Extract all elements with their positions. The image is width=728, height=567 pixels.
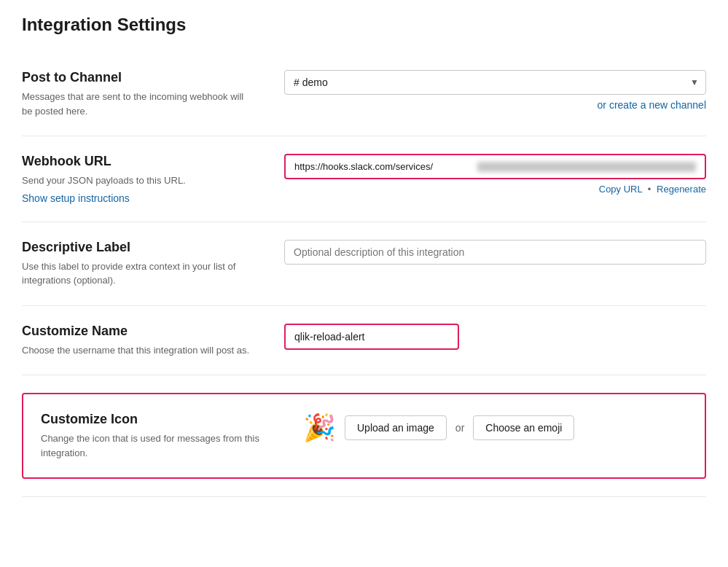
customize-icon-inner: Customize Icon Change the icon that is u… <box>23 412 705 460</box>
customize-icon-section-wrapper: Customize Icon Change the icon that is u… <box>22 375 706 497</box>
webhook-url-section: Webhook URL Send your JSON payloads to t… <box>22 136 706 222</box>
copy-url-link[interactable]: Copy URL <box>599 184 642 195</box>
customize-icon-right: 🎉 Upload an image or Choose an emoji <box>303 412 687 441</box>
customize-icon-description: Change the icon that is used for message… <box>41 431 274 460</box>
customize-name-right <box>284 324 706 350</box>
webhook-url-prefix: https://hooks.slack.com/services/ <box>294 161 473 172</box>
customize-name-section: Customize Name Choose the username that … <box>22 306 706 376</box>
webhook-url-heading: Webhook URL <box>22 154 255 169</box>
regenerate-link[interactable]: Regenerate <box>657 184 706 195</box>
post-to-channel-description: Messages that are sent to the incoming w… <box>22 90 255 118</box>
current-icon-emoji: 🎉 <box>303 415 336 441</box>
show-setup-instructions-link[interactable]: Show setup instructions <box>22 192 130 204</box>
webhook-actions: Copy URL • Regenerate <box>284 184 706 195</box>
webhook-url-description: Send your JSON payloads to this URL. <box>22 173 255 188</box>
create-new-channel-link[interactable]: or create a new channel <box>598 99 706 111</box>
choose-emoji-button[interactable]: Choose an emoji <box>473 415 574 440</box>
webhook-url-left: Webhook URL Send your JSON payloads to t… <box>22 154 255 204</box>
customize-name-description: Choose the username that this integratio… <box>22 343 255 358</box>
or-text: or <box>455 422 464 434</box>
descriptive-label-right <box>284 240 706 265</box>
customize-name-left: Customize Name Choose the username that … <box>22 324 255 358</box>
descriptive-label-heading: Descriptive Label <box>22 240 255 255</box>
descriptive-label-description: Use this label to provide extra context … <box>22 259 255 288</box>
customize-name-input[interactable] <box>284 324 459 350</box>
channel-select-wrapper: # demo # general # random ▼ <box>284 70 706 95</box>
post-to-channel-heading: Post to Channel <box>22 70 255 85</box>
customize-icon-bordered: Customize Icon Change the icon that is u… <box>22 393 706 479</box>
descriptive-label-input[interactable] <box>284 240 706 265</box>
descriptive-label-section: Descriptive Label Use this label to prov… <box>22 222 706 306</box>
icon-controls: 🎉 Upload an image or Choose an emoji <box>303 415 687 441</box>
page-title: Integration Settings <box>22 15 706 35</box>
channel-select[interactable]: # demo # general # random <box>284 70 706 95</box>
customize-icon-heading: Customize Icon <box>41 412 274 427</box>
customize-icon-left: Customize Icon Change the icon that is u… <box>41 412 274 460</box>
descriptive-label-left: Descriptive Label Use this label to prov… <box>22 240 255 288</box>
customize-name-heading: Customize Name <box>22 324 255 339</box>
webhook-url-blurred <box>477 162 696 172</box>
webhook-url-box[interactable]: https://hooks.slack.com/services/ <box>284 154 706 179</box>
webhook-url-right: https://hooks.slack.com/services/ Copy U… <box>284 154 706 195</box>
upload-image-button[interactable]: Upload an image <box>345 415 447 440</box>
bullet-separator: • <box>648 184 651 195</box>
create-channel-link-wrapper: or create a new channel <box>284 99 706 111</box>
post-to-channel-right: # demo # general # random ▼ or create a … <box>284 70 706 111</box>
post-to-channel-left: Post to Channel Messages that are sent t… <box>22 70 255 118</box>
post-to-channel-section: Post to Channel Messages that are sent t… <box>22 52 706 136</box>
